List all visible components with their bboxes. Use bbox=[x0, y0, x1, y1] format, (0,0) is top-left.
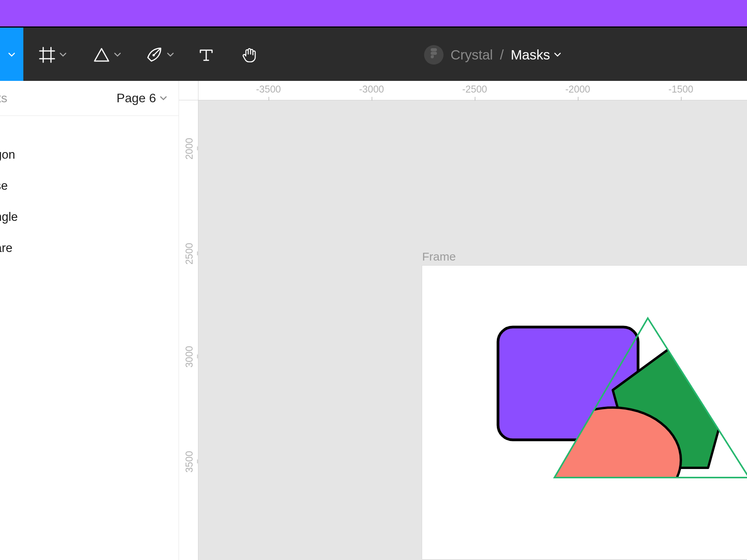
text-tool[interactable] bbox=[191, 28, 222, 82]
file-name-label: Masks bbox=[511, 47, 550, 63]
top-banner bbox=[0, 0, 747, 26]
layer-item[interactable]: ose bbox=[0, 170, 179, 201]
ruler-tick: -3500 bbox=[251, 84, 286, 95]
pen-tool[interactable] bbox=[138, 28, 181, 82]
chevron-down-icon bbox=[60, 51, 67, 58]
layer-item[interactable]: angle bbox=[0, 201, 179, 233]
ruler-tick: -2500 bbox=[457, 84, 492, 95]
panel-header: sets Page 6 bbox=[0, 81, 179, 116]
chevron-down-icon bbox=[114, 51, 121, 58]
project-name[interactable]: Crystal bbox=[451, 47, 493, 63]
layer-item[interactable]: uare bbox=[0, 233, 179, 264]
vertical-ruler: 2000 2500 3000 3500 bbox=[179, 100, 198, 560]
chevron-down-icon bbox=[8, 51, 15, 58]
polygon-icon bbox=[93, 46, 110, 63]
ruler-corner bbox=[179, 81, 198, 100]
ruler-tick: -2000 bbox=[560, 84, 595, 95]
breadcrumb-separator: / bbox=[500, 47, 504, 63]
panel-tab[interactable]: sets bbox=[0, 91, 7, 105]
shape-tool[interactable] bbox=[86, 28, 128, 82]
frame-tool[interactable] bbox=[31, 28, 74, 82]
frame-icon bbox=[39, 46, 56, 63]
ruler-tick: 2500 bbox=[184, 238, 195, 270]
hand-tool[interactable] bbox=[233, 28, 265, 82]
canvas-area[interactable]: -3500 -3000 -2500 -2000 -1500 2000 2500 … bbox=[179, 81, 747, 560]
canvas-shapes bbox=[422, 266, 747, 559]
chevron-down-icon bbox=[167, 51, 174, 58]
move-tool[interactable] bbox=[0, 28, 23, 82]
layer-list: agon ose angle uare bbox=[0, 116, 179, 264]
ruler-tick: 3000 bbox=[184, 341, 195, 373]
ruler-tick: -1500 bbox=[663, 84, 698, 95]
pen-icon bbox=[145, 46, 163, 64]
ruler-tick: 2000 bbox=[184, 133, 195, 164]
main-toolbar: Crystal / Masks bbox=[0, 26, 747, 81]
ruler-tick: 3500 bbox=[184, 446, 195, 478]
file-name[interactable]: Masks bbox=[511, 47, 561, 63]
chevron-down-icon bbox=[554, 51, 561, 58]
figma-logo-icon[interactable] bbox=[424, 45, 444, 65]
ruler-tick: -3000 bbox=[354, 84, 389, 95]
breadcrumb: Crystal / Masks bbox=[424, 28, 561, 82]
chevron-down-icon bbox=[160, 95, 167, 102]
page-label: Page 6 bbox=[117, 91, 156, 105]
frame-label[interactable]: Frame bbox=[422, 250, 456, 263]
hand-icon bbox=[240, 46, 258, 63]
layers-panel: sets Page 6 agon ose angle uare bbox=[0, 81, 179, 560]
layer-item[interactable]: agon bbox=[0, 139, 179, 170]
text-icon bbox=[198, 47, 214, 63]
horizontal-ruler: -3500 -3000 -2500 -2000 -1500 bbox=[198, 81, 747, 100]
page-selector[interactable]: Page 6 bbox=[117, 91, 167, 105]
